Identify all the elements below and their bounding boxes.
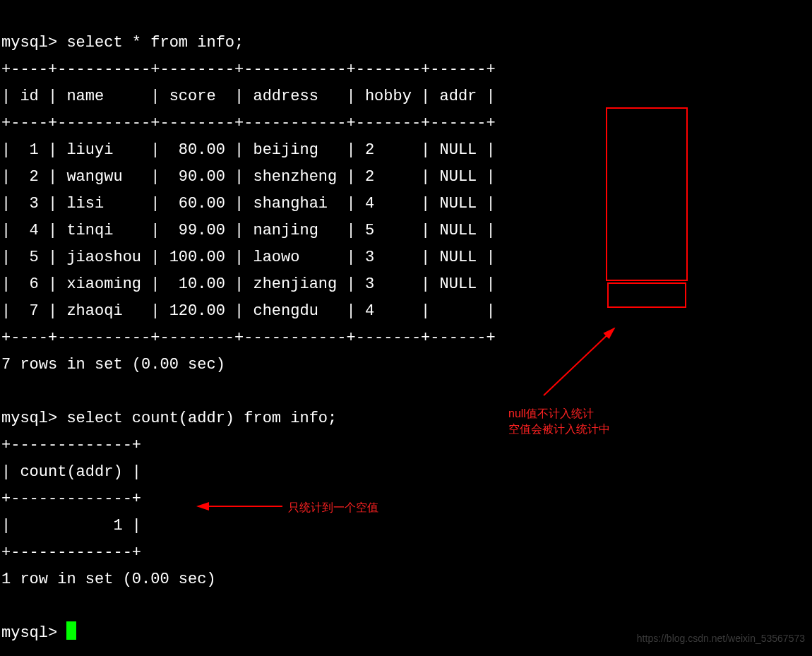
table-row: | 4 | tinqi | 99.00 | nanjing | 5 | NULL…: [1, 222, 496, 239]
table-row: | 1 | liuyi | 80.00 | beijing | 2 | NULL…: [1, 141, 496, 159]
small-separator: +-------------+: [1, 436, 141, 454]
watermark: https://blog.csdn.net/weixin_53567573: [637, 625, 805, 652]
prompt[interactable]: mysql>: [1, 624, 66, 642]
small-separator: +-------------+: [1, 490, 141, 508]
table-row: | 6 | xiaoming | 10.00 | zhenjiang | 3 |…: [1, 275, 496, 293]
table-row: | 7 | zhaoqi | 120.00 | chengdu | 4 | |: [1, 302, 496, 320]
count-value: | 1 |: [1, 517, 141, 535]
table-header: | id | name | score | address | hobby | …: [1, 88, 496, 105]
cursor-icon: [66, 621, 76, 640]
count-header: | count(addr) |: [1, 463, 141, 481]
rows-message: 1 row in set (0.00 sec): [1, 571, 216, 588]
query-line-1: mysql> select * from info;: [1, 34, 244, 52]
terminal-output: mysql> select * from info; +----+-------…: [0, 0, 812, 650]
query-line-2: mysql> select count(addr) from info;: [1, 410, 337, 427]
small-separator: +-------------+: [1, 544, 141, 561]
rows-message: 7 rows in set (0.00 sec): [1, 356, 225, 374]
table-separator: +----+----------+--------+-----------+--…: [1, 329, 496, 347]
table-separator: +----+----------+--------+-----------+--…: [1, 61, 496, 78]
table-row: | 5 | jiaoshou | 100.00 | laowo | 3 | NU…: [1, 249, 496, 266]
table-separator: +----+----------+--------+-----------+--…: [1, 114, 496, 132]
table-row: | 3 | lisi | 60.00 | shanghai | 4 | NULL…: [1, 195, 496, 213]
table-row: | 2 | wangwu | 90.00 | shenzheng | 2 | N…: [1, 168, 496, 186]
